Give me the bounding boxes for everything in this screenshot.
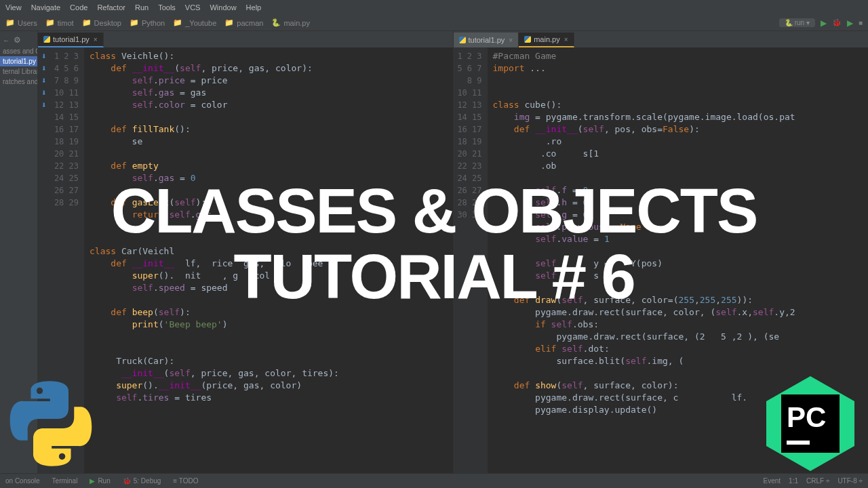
run-config: 🐍 run ▾ ▶ 🐞 ▶ ■ <box>779 18 863 28</box>
sidebar-item-root[interactable]: asses and Ob <box>0 46 37 56</box>
crumb-python[interactable]: 📁Python <box>130 18 165 27</box>
menu-code[interactable]: Code <box>70 3 87 12</box>
crumb-file[interactable]: 🐍main.py <box>271 18 310 27</box>
menu-refactor[interactable]: Refactor <box>97 3 125 12</box>
tab-tutorial1-left[interactable]: tutorial1.py× <box>38 33 104 47</box>
sidebar-item-external[interactable]: ternal Librari <box>0 66 37 77</box>
folder-icon: 📁 <box>5 18 15 27</box>
tool-terminal[interactable]: Terminal <box>52 477 78 485</box>
bottom-toolbar: on Console Terminal ▶Run 🐞5: Debug ≡ TOD… <box>0 473 868 488</box>
folder-icon: 📁 <box>130 18 139 27</box>
close-icon[interactable]: × <box>564 36 568 43</box>
tool-todo[interactable]: ≡ TODO <box>173 477 198 485</box>
menu-run[interactable]: Run <box>135 3 149 12</box>
collapse-icon[interactable]: ← <box>3 37 9 44</box>
crumb-users[interactable]: 📁Users <box>5 18 37 27</box>
tool-run[interactable]: ▶Run <box>90 477 110 485</box>
folder-icon: 📁 <box>45 18 55 27</box>
line-sep[interactable]: CRLF ÷ <box>806 477 829 485</box>
left-editor-pane: tutorial1.py× ⬇ ⬇ ⬇ ⬇ ⬇ 1 2 3 4 5 6 7 8 … <box>38 31 454 473</box>
cursor-pos: 1:1 <box>789 477 798 485</box>
crumb-youtube[interactable]: 📁_Youtube <box>173 18 216 27</box>
run-coverage-button[interactable]: ▶ <box>847 18 853 28</box>
encoding[interactable]: UTF-8 ÷ <box>837 477 863 485</box>
crumb-timot[interactable]: 📁timot <box>45 18 74 27</box>
folder-icon: 📁 <box>224 18 234 27</box>
left-code-area[interactable]: ⬇ ⬇ ⬇ ⬇ ⬇ 1 2 3 4 5 6 7 8 9 10 11 12 13 … <box>38 47 453 473</box>
code-content[interactable]: class Veichle(): def __init__(self, pric… <box>84 47 453 473</box>
crumb-desktop[interactable]: 📁Desktop <box>82 18 121 27</box>
menu-view[interactable]: View <box>5 3 22 12</box>
crumb-pacman[interactable]: 📁pacman <box>224 18 263 27</box>
stop-button[interactable]: ■ <box>859 19 863 26</box>
menu-vcs[interactable]: VCS <box>185 3 201 12</box>
tab-main-right[interactable]: main.py× <box>519 33 574 47</box>
close-icon[interactable]: × <box>509 37 513 44</box>
folder-icon: 📁 <box>82 18 92 27</box>
python-file-icon <box>43 36 50 43</box>
event-log[interactable]: Event <box>764 477 781 485</box>
tool-debug[interactable]: 🐞5: Debug <box>123 477 161 485</box>
python-file-icon: 🐍 <box>271 18 281 27</box>
right-tabs: tutorial1.py× main.py× <box>454 31 869 47</box>
pycharm-logo: PC <box>760 373 861 474</box>
svg-text:PC: PC <box>787 401 826 433</box>
settings-icon[interactable]: ⚙ <box>14 35 21 45</box>
menu-navigate[interactable]: Navigate <box>31 3 60 12</box>
line-gutter: 1 2 3 5 6 7 8 9 10 11 12 13 14 15 16 17 … <box>454 47 488 473</box>
folder-icon: 📁 <box>173 18 182 27</box>
run-config-selector[interactable]: 🐍 run ▾ <box>779 18 815 27</box>
python-file-icon <box>459 37 466 43</box>
menu-window[interactable]: Window <box>210 3 236 12</box>
sidebar-item-scratches[interactable]: ratches and C <box>0 77 37 87</box>
menubar: View Navigate Code Refactor Run Tools VC… <box>0 0 868 15</box>
menu-help[interactable]: Help <box>246 3 262 12</box>
close-icon[interactable]: × <box>94 36 98 43</box>
run-button[interactable]: ▶ <box>821 18 827 28</box>
python-file-icon <box>524 36 531 43</box>
sidebar-item-tutorial1[interactable]: tutorial1.py <box>0 56 37 66</box>
tool-python-console[interactable]: on Console <box>5 477 40 485</box>
left-tabs: tutorial1.py× <box>38 31 453 47</box>
debug-button[interactable]: 🐞 <box>832 18 842 27</box>
tab-tutorial1-right[interactable]: tutorial1.py× <box>454 33 519 47</box>
menu-tools[interactable]: Tools <box>158 3 176 12</box>
svg-rect-3 <box>787 441 810 445</box>
python-logo <box>7 380 95 468</box>
breadcrumb-bar: 📁Users 📁timot 📁Desktop 📁Python 📁_Youtube… <box>0 15 868 31</box>
